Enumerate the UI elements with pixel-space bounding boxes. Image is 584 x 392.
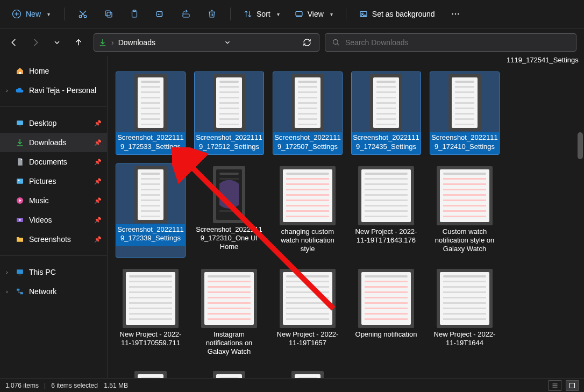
sidebar-item-label: Ravi Teja - Personal bbox=[29, 86, 102, 95]
delete-button[interactable] bbox=[201, 3, 223, 25]
file-thumbnail bbox=[134, 166, 167, 223]
file-item-label: Screenshot_20221119_172512_Settings bbox=[195, 132, 263, 154]
chevron-right-icon: › bbox=[111, 38, 114, 47]
svg-point-20 bbox=[454, 13, 455, 15]
file-thumbnail bbox=[291, 74, 324, 131]
sidebar-item-label: Downloads bbox=[29, 138, 90, 147]
separator bbox=[0, 106, 107, 107]
sidebar-item-label: Desktop bbox=[29, 119, 90, 127]
file-item[interactable]: New Project - 2022-11-19T1644 bbox=[430, 267, 499, 360]
file-item[interactable]: Instagram notifications on Galaxy Watch bbox=[195, 267, 263, 360]
file-item[interactable]: Screenshot_20221119_172339_Settings bbox=[116, 164, 185, 257]
share-button[interactable] bbox=[175, 3, 197, 25]
file-pane[interactable]: 1119_172541_Settings Screenshot_20221119… bbox=[108, 56, 584, 378]
new-button[interactable]: New ▾ bbox=[5, 6, 56, 22]
file-item[interactable]: Screenshot_20221119_172410_Settings bbox=[430, 72, 499, 154]
file-thumbnail bbox=[213, 166, 245, 223]
file-thumbnail bbox=[358, 166, 414, 225]
address-dropdown-button[interactable] bbox=[220, 35, 235, 50]
svg-rect-7 bbox=[107, 12, 112, 17]
cut-button[interactable] bbox=[72, 3, 94, 25]
pictures-icon bbox=[15, 176, 25, 186]
forward-button[interactable] bbox=[26, 33, 45, 52]
view-button[interactable]: View ▾ bbox=[289, 3, 338, 25]
file-item[interactable]: Screenshot_20221119_172435_Settings bbox=[352, 72, 421, 154]
file-thumbnail bbox=[358, 269, 414, 328]
file-item[interactable]: New Project - 2022-11-19T1657 bbox=[273, 267, 342, 360]
file-item[interactable]: New Project - 2022-11-19T170559.711 bbox=[116, 267, 185, 360]
chevron-right-icon[interactable]: › bbox=[3, 88, 11, 94]
copy-button[interactable] bbox=[98, 3, 119, 25]
file-item[interactable]: Screenshot_20221119_172533_Settings bbox=[116, 72, 185, 154]
sidebar-item-desktop[interactable]: Desktop📌 bbox=[0, 113, 107, 133]
sidebar-item-downloads[interactable]: Downloads📌 bbox=[0, 133, 107, 152]
sidebar-item-label: Music bbox=[29, 196, 90, 205]
search-box[interactable] bbox=[325, 33, 576, 52]
chevron-right-icon[interactable]: › bbox=[3, 269, 11, 275]
sidebar-item-folder[interactable]: Screenshots📌 bbox=[0, 230, 107, 249]
address-bar[interactable]: › Downloads bbox=[94, 33, 319, 52]
sidebar-item-label: Documents bbox=[29, 158, 90, 166]
separator bbox=[346, 8, 346, 20]
breadcrumb[interactable]: Downloads bbox=[118, 38, 155, 47]
view-icon bbox=[295, 10, 303, 18]
sidebar-item-music[interactable]: Music📌 bbox=[0, 191, 107, 210]
file-item[interactable]: Screenshot_20221119_163707_Gal bbox=[273, 369, 342, 378]
paste-button[interactable] bbox=[124, 3, 145, 25]
sidebar-item-home[interactable]: Home bbox=[0, 61, 107, 81]
status-selection-size: 1.51 MB bbox=[104, 382, 128, 389]
file-thumbnail bbox=[437, 269, 493, 328]
pin-icon: 📌 bbox=[94, 236, 102, 243]
file-item-label: New Project - 2022-11-19T1657 bbox=[273, 329, 342, 351]
file-item[interactable]: Custom watch notification style on Galax… bbox=[430, 164, 499, 257]
sidebar-item-documents[interactable]: Documents📌 bbox=[0, 152, 107, 172]
file-item[interactable]: Screenshot_20221119_163713_Gal bbox=[195, 369, 263, 378]
documents-icon bbox=[15, 157, 25, 167]
file-item-label: Screenshot_20221119_172533_Settings bbox=[116, 132, 185, 154]
file-item[interactable]: Screenshot_20221119_172512_Settings bbox=[195, 72, 263, 154]
videos-icon bbox=[15, 215, 25, 225]
svg-rect-40 bbox=[570, 383, 575, 388]
svg-rect-11 bbox=[156, 12, 162, 17]
svg-rect-32 bbox=[17, 269, 23, 274]
sidebar-item-label: Home bbox=[29, 67, 102, 75]
thumbnails-view-button[interactable] bbox=[566, 380, 579, 391]
rename-button[interactable] bbox=[149, 3, 171, 25]
file-thumbnail bbox=[134, 371, 167, 378]
sidebar-item-pictures[interactable]: Pictures📌 bbox=[0, 172, 107, 191]
back-button[interactable] bbox=[4, 33, 24, 52]
up-button[interactable] bbox=[69, 33, 88, 52]
sort-button[interactable]: Sort ▾ bbox=[238, 3, 285, 25]
scrollbar-thumb[interactable] bbox=[578, 132, 583, 159]
file-thumbnail bbox=[437, 166, 493, 225]
svg-rect-34 bbox=[17, 289, 19, 291]
recent-button[interactable] bbox=[47, 33, 67, 52]
sidebar-item-videos[interactable]: Videos📌 bbox=[0, 210, 107, 230]
file-item[interactable]: Screenshot_20221119_172507_Settings bbox=[273, 72, 342, 154]
file-item[interactable]: New Project - 2022-11-19T171643.176 bbox=[352, 164, 421, 257]
sidebar-item-onedrive[interactable]: › Ravi Teja - Personal bbox=[0, 81, 107, 100]
downloads-icon bbox=[98, 38, 107, 47]
chevron-right-icon[interactable]: › bbox=[3, 289, 11, 295]
set-background-button[interactable]: Set as background bbox=[354, 3, 440, 25]
file-item[interactable]: Screenshot_20221119_163725_Gal bbox=[116, 369, 185, 378]
file-item-label: Screenshot_20221119_172410_Settings bbox=[430, 132, 499, 154]
sort-icon bbox=[244, 10, 252, 18]
refresh-button[interactable] bbox=[300, 35, 315, 50]
plus-circle-icon bbox=[12, 9, 22, 19]
file-item[interactable]: Screenshot_20221119_172310_One UI Home bbox=[195, 164, 263, 257]
file-thumbnail bbox=[213, 371, 245, 378]
file-thumbnail bbox=[134, 74, 167, 131]
sidebar-item-network[interactable]: › Network bbox=[0, 282, 107, 301]
sidebar-item-label: Screenshots bbox=[29, 235, 90, 244]
more-button[interactable] bbox=[445, 3, 466, 25]
details-view-button[interactable] bbox=[549, 380, 561, 391]
pin-icon: 📌 bbox=[94, 120, 102, 127]
sidebar-item-thispc[interactable]: › This PC bbox=[0, 262, 107, 282]
file-item[interactable]: Opening notification bbox=[352, 267, 421, 360]
file-item[interactable]: changing custom watch notification style bbox=[273, 164, 342, 257]
file-item-label: Custom watch notification style on Galax… bbox=[430, 226, 499, 257]
sidebar: Home › Ravi Teja - Personal Desktop📌Down… bbox=[0, 56, 108, 378]
file-item-label: Screenshot_20221119_172507_Settings bbox=[273, 132, 342, 154]
search-input[interactable] bbox=[345, 38, 569, 47]
